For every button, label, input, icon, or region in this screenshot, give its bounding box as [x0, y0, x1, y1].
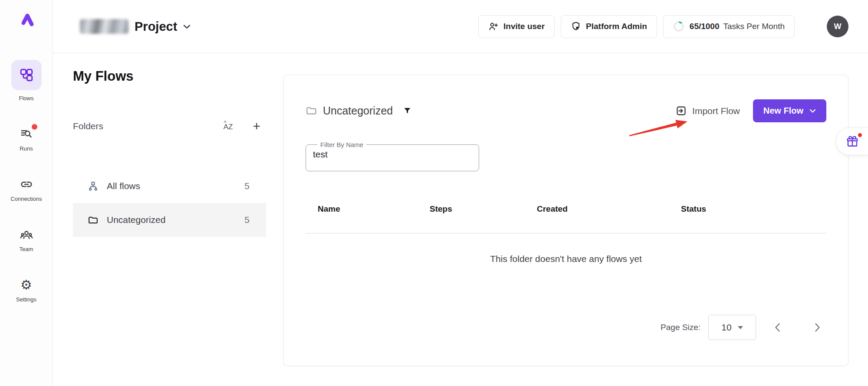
funnel-icon[interactable] — [403, 106, 412, 115]
rewards-tab[interactable] — [836, 128, 868, 155]
runs-search-icon — [20, 128, 33, 141]
sidebar-item-label: Team — [20, 246, 33, 252]
column-header-steps: Steps — [430, 204, 452, 214]
invite-user-button[interactable]: Invite user — [478, 15, 555, 38]
folder-name: All flows — [107, 181, 140, 191]
page-size-select[interactable]: 10 — [708, 315, 756, 340]
flows-table-header: Name Steps Created Status — [306, 204, 826, 217]
shield-icon — [571, 21, 581, 32]
card-title: Uncategorized — [323, 105, 393, 117]
chevron-down-icon — [809, 109, 816, 113]
add-folder-button[interactable]: + — [253, 120, 260, 133]
folders-header: Folders ^AZ + — [73, 120, 260, 133]
column-header-status: Status — [681, 204, 706, 214]
card-title-group: Uncategorized — [306, 105, 412, 117]
sidebar-item-label: Settings — [16, 296, 36, 303]
pagination: Page Size: 10 — [661, 315, 827, 340]
chevron-right-icon — [815, 323, 820, 332]
previous-page-button[interactable] — [767, 317, 787, 337]
folder-name: Uncategorized — [107, 215, 165, 225]
sidebar-item-label: Runs — [20, 145, 33, 152]
new-flow-button[interactable]: New Flow — [753, 99, 826, 122]
user-plus-icon — [488, 21, 499, 32]
sidebar-item-label: Flows — [19, 95, 34, 101]
app-logo-icon[interactable] — [16, 10, 37, 31]
hierarchy-icon — [88, 181, 99, 192]
card-header: Uncategorized Import Flow New Flow — [306, 99, 826, 122]
next-page-button[interactable] — [807, 317, 827, 337]
usage-progress-ring — [673, 21, 684, 32]
sidebar-nav: Flows Runs Connections Team ⚙ Settings — [0, 60, 53, 303]
folder-row-all-flows[interactable]: All flows 5 — [73, 169, 266, 203]
platform-admin-button[interactable]: Platform Admin — [561, 15, 657, 38]
project-label: Project — [135, 20, 177, 34]
sidebar-item-team[interactable]: Team — [0, 228, 53, 252]
tasks-label: Tasks Per Month — [723, 22, 785, 31]
new-flow-label: New Flow — [763, 106, 803, 116]
user-avatar[interactable]: W — [827, 16, 848, 37]
invite-user-label: Invite user — [503, 22, 545, 31]
page-title: My Flows — [73, 69, 134, 84]
folder-count: 5 — [244, 215, 250, 225]
sidebar-item-settings[interactable]: ⚙ Settings — [0, 278, 53, 303]
gift-icon — [846, 135, 859, 148]
import-flow-button[interactable]: Import Flow — [675, 105, 740, 117]
page-size-label: Page Size: — [661, 323, 700, 332]
folders-actions: ^AZ + — [224, 120, 260, 133]
notification-dot — [858, 133, 862, 137]
project-switcher[interactable]: Project — [80, 19, 191, 34]
sort-az-icon[interactable]: ^AZ — [224, 121, 233, 131]
gear-icon: ⚙ — [20, 278, 32, 291]
sidebar-item-flows[interactable]: Flows — [0, 60, 53, 101]
table-divider — [306, 233, 826, 234]
folder-row-uncategorized[interactable]: Uncategorized 5 — [73, 203, 266, 237]
filter-by-name-input[interactable] — [313, 149, 472, 160]
folder-icon — [306, 105, 317, 117]
tasks-usage-badge[interactable]: 65/1000 Tasks Per Month — [663, 15, 795, 38]
notification-dot — [32, 124, 37, 130]
workflow-icon — [11, 60, 42, 90]
card-actions: Import Flow New Flow — [675, 99, 826, 122]
chevron-down-icon — [183, 24, 191, 29]
sidebar: Flows Runs Connections Team ⚙ Settings — [0, 0, 53, 386]
column-header-name: Name — [318, 204, 340, 214]
top-header: Project Invite user Platform Admin 65/10… — [53, 0, 868, 53]
link-icon — [20, 178, 33, 191]
project-name-redacted — [80, 19, 128, 34]
caret-down-icon — [738, 326, 743, 329]
page-size-value: 10 — [721, 322, 731, 333]
sidebar-item-connections[interactable]: Connections — [0, 178, 53, 202]
folders-label: Folders — [73, 121, 103, 131]
folder-count: 5 — [244, 181, 250, 191]
flows-card: Uncategorized Import Flow New Flow Filte… — [283, 75, 848, 366]
header-actions: Invite user Platform Admin 65/1000 Tasks… — [478, 15, 848, 38]
sort-caret: ^ — [224, 120, 227, 126]
sidebar-item-runs[interactable]: Runs — [0, 128, 53, 152]
folder-icon — [88, 215, 99, 226]
import-flow-label: Import Flow — [692, 106, 740, 116]
team-icon — [20, 228, 33, 241]
tasks-count: 65/1000 — [690, 22, 720, 31]
empty-state-text: This folder doesn't have any flows yet — [284, 254, 848, 264]
chevron-left-icon — [775, 323, 780, 332]
column-header-created: Created — [537, 204, 568, 214]
import-icon — [675, 105, 687, 117]
sidebar-item-label: Connections — [10, 196, 42, 202]
platform-admin-label: Platform Admin — [586, 22, 647, 31]
folder-list: All flows 5 Uncategorized 5 — [73, 169, 266, 237]
filter-by-name-field: Filter By Name — [306, 141, 479, 171]
filter-field-label: Filter By Name — [317, 141, 366, 148]
